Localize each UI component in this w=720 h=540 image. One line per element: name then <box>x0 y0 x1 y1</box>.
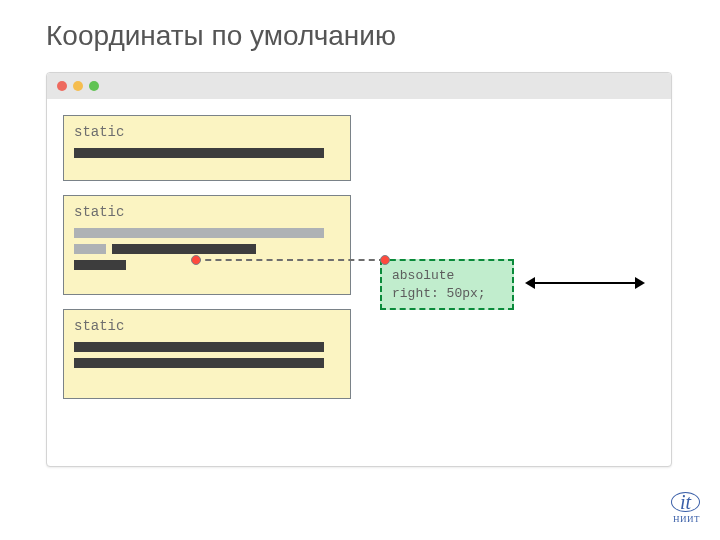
absolute-box: absolute right: 50px; <box>380 259 514 310</box>
arrow-right-head <box>635 277 645 289</box>
minimize-icon <box>73 81 83 91</box>
browser-window: static static static absolute righ <box>46 72 672 467</box>
maximize-icon <box>89 81 99 91</box>
arrow-line <box>535 282 635 284</box>
logo-subtext: НИИТ <box>671 516 700 522</box>
footer-logo: it НИИТ <box>671 492 700 522</box>
static-block-1: static <box>63 115 351 181</box>
slide-title: Координаты по умолчанию <box>46 20 720 52</box>
static-block-3: static <box>63 309 351 399</box>
absolute-label-line1: absolute <box>392 267 502 285</box>
window-titlebar <box>47 73 671 99</box>
connector-line <box>195 259 385 261</box>
page-content: static static static absolute righ <box>47 99 671 466</box>
target-dot-icon <box>380 255 390 265</box>
logo-mark: it <box>671 492 700 512</box>
absolute-label-line2: right: 50px; <box>392 285 502 303</box>
horizontal-arrow-icon <box>525 277 645 289</box>
content-bar <box>74 260 126 270</box>
content-bar <box>74 228 324 238</box>
static-block-2: static <box>63 195 351 295</box>
block-label: static <box>74 318 340 334</box>
content-bar <box>74 244 106 254</box>
arrow-left-head <box>525 277 535 289</box>
block-label: static <box>74 124 340 140</box>
content-bar <box>112 244 256 254</box>
block-label: static <box>74 204 340 220</box>
close-icon <box>57 81 67 91</box>
content-bar <box>74 358 324 368</box>
content-bar <box>74 148 324 158</box>
origin-dot-icon <box>191 255 201 265</box>
content-bar <box>74 342 324 352</box>
